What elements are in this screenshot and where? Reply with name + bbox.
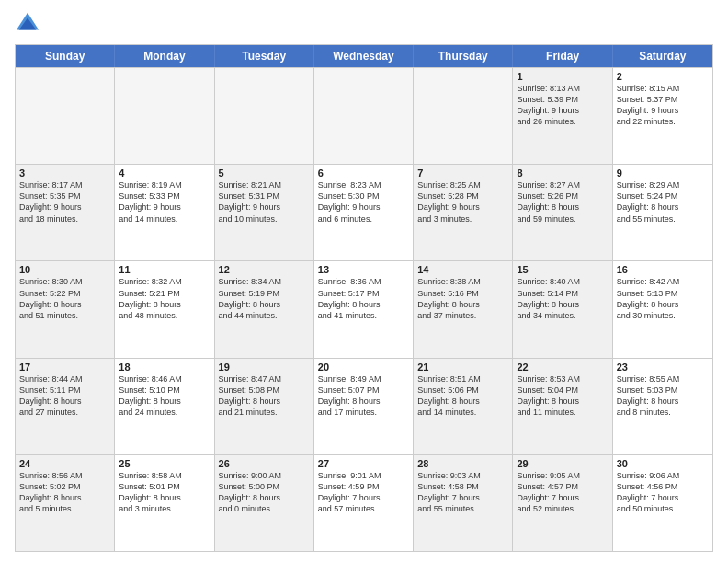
cell-info: Sunrise: 9:00 AM Sunset: 5:00 PM Dayligh… [219,470,310,515]
day-number: 14 [417,264,508,275]
day-number: 22 [517,362,608,373]
header-day-friday: Friday [513,45,612,67]
cell-info: Sunrise: 9:03 AM Sunset: 4:58 PM Dayligh… [417,470,508,515]
cell-info: Sunrise: 9:06 AM Sunset: 4:56 PM Dayligh… [617,470,709,515]
cell-info: Sunrise: 8:58 AM Sunset: 5:01 PM Dayligh… [119,470,210,515]
day-number: 24 [19,458,110,469]
calendar-cell: 18Sunrise: 8:46 AM Sunset: 5:10 PM Dayli… [115,359,214,454]
day-number: 10 [19,264,110,275]
header [15,11,713,37]
day-number: 23 [617,362,709,373]
day-number: 5 [219,167,310,178]
calendar-cell: 10Sunrise: 8:30 AM Sunset: 5:22 PM Dayli… [16,261,115,357]
calendar-week-3: 17Sunrise: 8:44 AM Sunset: 5:11 PM Dayli… [16,358,712,454]
calendar-cell: 3Sunrise: 8:17 AM Sunset: 5:35 PM Daylig… [16,165,115,260]
cell-info: Sunrise: 8:51 AM Sunset: 5:06 PM Dayligh… [417,373,508,419]
calendar-cell: 21Sunrise: 8:51 AM Sunset: 5:06 PM Dayli… [414,359,513,454]
calendar-cell: 25Sunrise: 8:58 AM Sunset: 5:01 PM Dayli… [115,455,214,551]
cell-info: Sunrise: 9:01 AM Sunset: 4:59 PM Dayligh… [318,470,409,515]
day-number: 20 [318,362,409,373]
calendar-cell [314,68,414,164]
calendar-cell: 20Sunrise: 8:49 AM Sunset: 5:07 PM Dayli… [314,359,414,454]
calendar-cell: 15Sunrise: 8:40 AM Sunset: 5:14 PM Dayli… [513,261,612,357]
calendar-cell: 14Sunrise: 8:38 AM Sunset: 5:16 PM Dayli… [414,261,513,357]
logo [15,11,44,37]
day-number: 12 [219,264,310,275]
cell-info: Sunrise: 8:56 AM Sunset: 5:02 PM Dayligh… [19,470,110,515]
calendar-cell [215,68,314,164]
day-number: 21 [417,362,508,373]
calendar-cell: 30Sunrise: 9:06 AM Sunset: 4:56 PM Dayli… [613,455,712,551]
cell-info: Sunrise: 8:49 AM Sunset: 5:07 PM Dayligh… [318,373,409,419]
day-number: 9 [617,167,709,178]
day-number: 27 [318,458,409,469]
logo-icon [15,11,40,37]
day-number: 4 [119,167,210,178]
cell-info: Sunrise: 8:25 AM Sunset: 5:28 PM Dayligh… [417,179,508,224]
calendar-week-2: 10Sunrise: 8:30 AM Sunset: 5:22 PM Dayli… [16,260,712,357]
cell-info: Sunrise: 8:40 AM Sunset: 5:14 PM Dayligh… [517,276,608,321]
calendar-cell: 23Sunrise: 8:55 AM Sunset: 5:03 PM Dayli… [613,359,712,454]
day-number: 26 [219,458,310,469]
cell-info: Sunrise: 8:34 AM Sunset: 5:19 PM Dayligh… [219,276,310,321]
cell-info: Sunrise: 8:17 AM Sunset: 5:35 PM Dayligh… [19,179,110,224]
day-number: 7 [417,167,508,178]
day-number: 1 [517,71,608,82]
calendar-body: 1Sunrise: 8:13 AM Sunset: 5:39 PM Daylig… [16,67,712,551]
calendar-cell: 1Sunrise: 8:13 AM Sunset: 5:39 PM Daylig… [513,68,612,164]
calendar-cell: 19Sunrise: 8:47 AM Sunset: 5:08 PM Dayli… [215,359,314,454]
calendar-cell: 13Sunrise: 8:36 AM Sunset: 5:17 PM Dayli… [314,261,414,357]
cell-info: Sunrise: 8:47 AM Sunset: 5:08 PM Dayligh… [219,373,310,419]
cell-info: Sunrise: 8:38 AM Sunset: 5:16 PM Dayligh… [417,276,508,321]
calendar-week-0: 1Sunrise: 8:13 AM Sunset: 5:39 PM Daylig… [16,67,712,164]
header-day-saturday: Saturday [613,45,712,67]
header-day-tuesday: Tuesday [215,45,314,67]
calendar-cell: 12Sunrise: 8:34 AM Sunset: 5:19 PM Dayli… [215,261,314,357]
cell-info: Sunrise: 8:19 AM Sunset: 5:33 PM Dayligh… [119,179,210,224]
cell-info: Sunrise: 9:05 AM Sunset: 4:57 PM Dayligh… [517,470,608,515]
cell-info: Sunrise: 8:55 AM Sunset: 5:03 PM Dayligh… [617,373,709,419]
cell-info: Sunrise: 8:44 AM Sunset: 5:11 PM Dayligh… [19,373,110,419]
calendar-cell: 2Sunrise: 8:15 AM Sunset: 5:37 PM Daylig… [613,68,712,164]
calendar-cell [115,68,214,164]
calendar-cell [16,68,115,164]
cell-info: Sunrise: 8:27 AM Sunset: 5:26 PM Dayligh… [517,179,608,224]
calendar-header-row: SundayMondayTuesdayWednesdayThursdayFrid… [16,45,712,67]
cell-info: Sunrise: 8:36 AM Sunset: 5:17 PM Dayligh… [318,276,409,321]
day-number: 29 [517,458,608,469]
calendar-cell: 16Sunrise: 8:42 AM Sunset: 5:13 PM Dayli… [613,261,712,357]
cell-info: Sunrise: 8:32 AM Sunset: 5:21 PM Dayligh… [119,276,210,321]
calendar-cell: 9Sunrise: 8:29 AM Sunset: 5:24 PM Daylig… [613,165,712,260]
day-number: 11 [119,264,210,275]
cell-info: Sunrise: 8:21 AM Sunset: 5:31 PM Dayligh… [219,179,310,224]
day-number: 16 [617,264,709,275]
calendar-cell: 17Sunrise: 8:44 AM Sunset: 5:11 PM Dayli… [16,359,115,454]
header-day-sunday: Sunday [16,45,115,67]
calendar-cell: 24Sunrise: 8:56 AM Sunset: 5:02 PM Dayli… [16,455,115,551]
cell-info: Sunrise: 8:46 AM Sunset: 5:10 PM Dayligh… [119,373,210,419]
day-number: 8 [517,167,608,178]
day-number: 2 [617,71,709,82]
calendar-cell: 22Sunrise: 8:53 AM Sunset: 5:04 PM Dayli… [513,359,612,454]
header-day-thursday: Thursday [414,45,513,67]
calendar-week-4: 24Sunrise: 8:56 AM Sunset: 5:02 PM Dayli… [16,454,712,551]
day-number: 25 [119,458,210,469]
cell-info: Sunrise: 8:29 AM Sunset: 5:24 PM Dayligh… [617,179,709,224]
day-number: 6 [318,167,409,178]
cell-info: Sunrise: 8:30 AM Sunset: 5:22 PM Dayligh… [19,276,110,321]
calendar-cell: 29Sunrise: 9:05 AM Sunset: 4:57 PM Dayli… [513,455,612,551]
day-number: 28 [417,458,508,469]
calendar-cell: 27Sunrise: 9:01 AM Sunset: 4:59 PM Dayli… [314,455,414,551]
calendar-cell: 11Sunrise: 8:32 AM Sunset: 5:21 PM Dayli… [115,261,214,357]
day-number: 18 [119,362,210,373]
calendar-week-1: 3Sunrise: 8:17 AM Sunset: 5:35 PM Daylig… [16,164,712,260]
calendar-cell: 6Sunrise: 8:23 AM Sunset: 5:30 PM Daylig… [314,165,414,260]
calendar-cell: 4Sunrise: 8:19 AM Sunset: 5:33 PM Daylig… [115,165,214,260]
day-number: 3 [19,167,110,178]
cell-info: Sunrise: 8:23 AM Sunset: 5:30 PM Dayligh… [318,179,409,224]
header-day-wednesday: Wednesday [314,45,414,67]
cell-info: Sunrise: 8:42 AM Sunset: 5:13 PM Dayligh… [617,276,709,321]
page: SundayMondayTuesdayWednesdayThursdayFrid… [0,0,728,563]
day-number: 30 [617,458,709,469]
cell-info: Sunrise: 8:53 AM Sunset: 5:04 PM Dayligh… [517,373,608,419]
